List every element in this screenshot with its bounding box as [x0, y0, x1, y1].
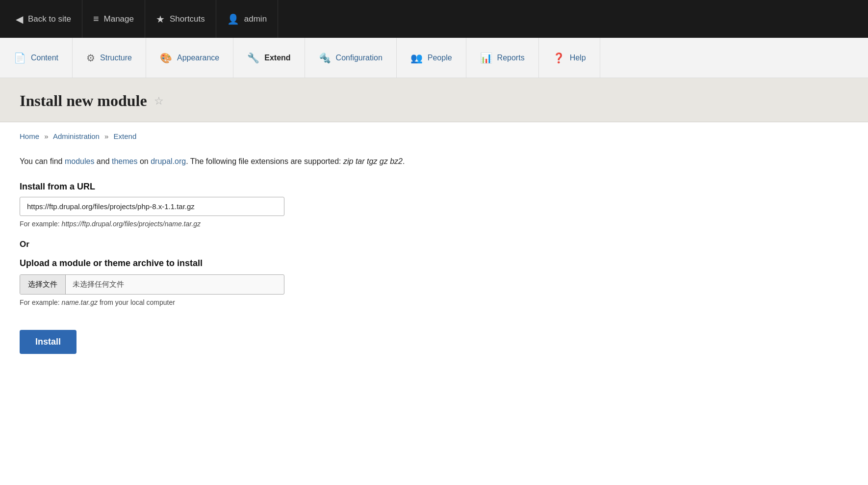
or-label: Or	[20, 240, 451, 249]
nav-configuration[interactable]: 🔩 Configuration	[305, 38, 397, 78]
supported-extensions: zip tar tgz gz bz2	[343, 157, 403, 165]
file-name-display: 未选择任何文件	[66, 275, 284, 294]
shortcuts-label: Shortcuts	[170, 14, 205, 24]
secondary-nav: 📄 Content ⚙ Structure 🎨 Appearance 🔧 Ext…	[0, 38, 868, 78]
appearance-icon: 🎨	[160, 52, 172, 64]
configuration-icon: 🔩	[319, 52, 331, 64]
intro-paragraph: You can find modules and themes on drupa…	[20, 155, 451, 168]
manage-label: Manage	[104, 14, 134, 24]
intro-and: and	[94, 157, 112, 165]
content-label: Content	[31, 54, 58, 62]
nav-help[interactable]: ❓ Help	[539, 38, 600, 78]
admin-label: admin	[244, 14, 267, 24]
back-icon: ◀	[16, 13, 23, 25]
breadcrumb-sep-1: »	[44, 132, 48, 140]
drupal-link[interactable]: drupal.org	[151, 157, 186, 165]
nav-content[interactable]: 📄 Content	[0, 38, 73, 78]
user-icon: 👤	[227, 13, 239, 25]
url-input[interactable]	[20, 197, 284, 216]
structure-icon: ⚙	[86, 52, 95, 64]
nav-appearance[interactable]: 🎨 Appearance	[146, 38, 233, 78]
admin-bar: ◀ Back to site ≡ Manage ★ Shortcuts 👤 ad…	[0, 0, 868, 38]
nav-people[interactable]: 👥 People	[397, 38, 466, 78]
content-icon: 📄	[14, 52, 26, 64]
people-icon: 👥	[410, 52, 423, 64]
extend-label: Extend	[264, 54, 290, 62]
reports-label: Reports	[497, 54, 525, 62]
upload-example-suffix: from your local computer	[98, 298, 175, 306]
manage-icon: ≡	[93, 13, 99, 25]
modules-link[interactable]: modules	[65, 157, 94, 165]
breadcrumb-sep-2: »	[104, 132, 108, 140]
people-label: People	[428, 54, 452, 62]
appearance-label: Appearance	[177, 54, 219, 62]
nav-extend[interactable]: 🔧 Extend	[233, 38, 305, 78]
back-to-site-label: Back to site	[28, 14, 71, 24]
intro-suffix: . The following file extensions are supp…	[186, 157, 343, 165]
admin-user-link[interactable]: 👤 admin	[216, 0, 278, 38]
upload-example-prefix: For example:	[20, 298, 62, 306]
nav-reports[interactable]: 📊 Reports	[466, 38, 539, 78]
intro-on: on	[137, 157, 151, 165]
nav-structure[interactable]: ⚙ Structure	[73, 38, 146, 78]
upload-section: Upload a module or theme archive to inst…	[20, 258, 451, 306]
intro-end: .	[403, 157, 405, 165]
shortcuts-link[interactable]: ★ Shortcuts	[145, 0, 216, 38]
favorite-star-icon[interactable]: ☆	[154, 95, 164, 108]
file-input-wrapper: 选择文件 未选择任何文件	[20, 274, 284, 295]
breadcrumb: Home » Administration » Extend	[0, 122, 868, 145]
url-example-text: For example: https://ftp.drupal.org/file…	[20, 220, 451, 228]
breadcrumb-home[interactable]: Home	[20, 132, 39, 140]
choose-file-button[interactable]: 选择文件	[20, 275, 66, 294]
upload-example-value: name.tar.gz	[62, 298, 98, 306]
page-header: Install new module ☆	[0, 78, 868, 122]
structure-label: Structure	[100, 54, 132, 62]
intro-text-prefix: You can find	[20, 157, 65, 165]
url-example-value: https://ftp.drupal.org/files/projects/na…	[62, 220, 201, 228]
url-example-prefix: For example:	[20, 220, 62, 228]
help-label: Help	[570, 54, 586, 62]
star-nav-icon: ★	[156, 13, 165, 25]
url-install-section: Install from a URL For example: https://…	[20, 182, 451, 228]
upload-section-label: Upload a module or theme archive to inst…	[20, 258, 451, 269]
manage-link[interactable]: ≡ Manage	[82, 0, 145, 38]
themes-link[interactable]: themes	[112, 157, 137, 165]
breadcrumb-administration[interactable]: Administration	[53, 132, 100, 140]
page-title: Install new module	[20, 92, 147, 110]
reports-icon: 📊	[480, 52, 492, 64]
main-content: You can find modules and themes on drupa…	[0, 145, 471, 374]
help-icon: ❓	[553, 52, 565, 64]
configuration-label: Configuration	[336, 54, 383, 62]
install-button[interactable]: Install	[20, 330, 77, 354]
extend-icon: 🔧	[247, 52, 259, 64]
url-section-label: Install from a URL	[20, 182, 451, 192]
breadcrumb-extend[interactable]: Extend	[114, 132, 137, 140]
back-to-site-link[interactable]: ◀ Back to site	[5, 0, 82, 38]
upload-example-text: For example: name.tar.gz from your local…	[20, 298, 451, 306]
